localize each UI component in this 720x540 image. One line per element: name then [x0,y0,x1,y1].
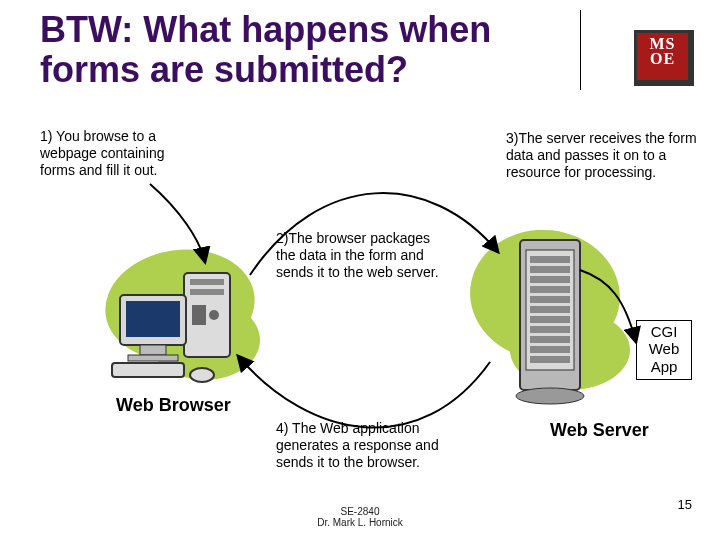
svg-rect-3 [192,305,206,325]
svg-point-4 [209,310,219,320]
logo-line2: OE [637,51,688,66]
slide-title: BTW: What happens when forms are submitt… [40,10,580,89]
web-browser-label: Web Browser [116,395,231,416]
web-server-icon [490,230,610,410]
svg-rect-19 [530,316,570,323]
slide-footer: SE-2840 Dr. Mark L. Hornick [0,506,720,528]
svg-rect-9 [112,363,184,377]
svg-point-24 [516,388,584,404]
svg-rect-15 [530,276,570,283]
svg-rect-23 [530,356,570,363]
step-3-text: 3)The server receives the form data and … [506,130,706,180]
step-2-text: 2)The browser packages the data in the f… [276,230,446,280]
page-number: 15 [678,497,692,512]
cgi-label: CGI Web App [649,323,680,375]
web-server-label: Web Server [550,420,649,441]
svg-rect-8 [128,355,178,361]
logo-line1: MS [637,36,688,51]
step-1-text: 1) You browse to a webpage containing fo… [40,128,190,178]
svg-rect-20 [530,326,570,333]
step-4-text: 4) The Web application generates a respo… [276,420,456,470]
svg-rect-22 [530,346,570,353]
svg-rect-21 [530,336,570,343]
web-browser-icon [110,255,260,385]
svg-rect-18 [530,306,570,313]
svg-rect-7 [140,345,166,355]
svg-rect-14 [530,266,570,273]
svg-rect-6 [126,301,180,337]
msoe-logo: MS OE [634,30,694,86]
footer-author: Dr. Mark L. Hornick [317,517,403,528]
svg-rect-13 [530,256,570,263]
svg-rect-1 [190,279,224,285]
svg-rect-16 [530,286,570,293]
footer-course: SE-2840 [341,506,380,517]
title-divider [580,10,581,90]
svg-rect-17 [530,296,570,303]
svg-point-10 [190,368,214,382]
cgi-web-app-box: CGI Web App [636,320,692,380]
svg-rect-0 [184,273,230,357]
svg-rect-2 [190,289,224,295]
